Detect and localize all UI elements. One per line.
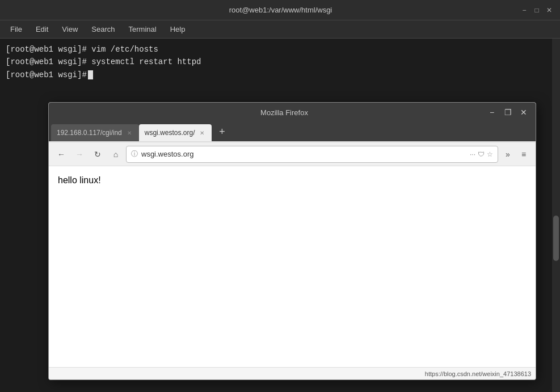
firefox-titlebar: Mozilla Firefox − ❐ ✕: [49, 103, 536, 122]
home-button[interactable]: ⌂: [108, 146, 124, 162]
terminal-titlebar: root@web1:/var/www/html/wsgi − □ ✕: [0, 0, 560, 20]
menu-terminal[interactable]: Terminal: [123, 23, 162, 36]
terminal-cursor: [88, 70, 93, 79]
firefox-tab-1[interactable]: wsgi.westos.org/ ✕: [139, 124, 212, 141]
refresh-button[interactable]: ↻: [90, 146, 106, 162]
shield-icon[interactable]: 🛡: [478, 150, 485, 158]
address-bar[interactable]: ⓘ wsgi.westos.org ··· 🛡 ☆: [126, 146, 498, 163]
tab-close-1[interactable]: ✕: [198, 129, 206, 137]
page-text: hello linux!: [58, 175, 527, 186]
address-url: wsgi.westos.org: [141, 150, 466, 158]
menu-view[interactable]: View: [56, 23, 83, 36]
terminal-scrollbar[interactable]: [552, 39, 560, 392]
forward-button[interactable]: →: [71, 146, 87, 162]
firefox-controls: − ❐ ✕: [486, 106, 530, 119]
terminal-title: root@web1:/var/www/html/wsgi: [41, 6, 520, 14]
firefox-title: Mozilla Firefox: [83, 108, 486, 117]
terminal-minimize-button[interactable]: −: [520, 6, 528, 14]
firefox-window: Mozilla Firefox − ❐ ✕ 192.168.0.117/cgi/…: [48, 102, 536, 380]
menu-edit[interactable]: Edit: [30, 23, 54, 36]
firefox-restore-button[interactable]: ❐: [502, 106, 514, 119]
bookmark-icon[interactable]: ☆: [487, 150, 493, 158]
firefox-content: hello linux!: [49, 166, 536, 367]
back-button[interactable]: ←: [53, 146, 69, 162]
firefox-minimize-button[interactable]: −: [486, 106, 498, 119]
firefox-statusbar: https://blog.csdn.net/weixin_47138613: [49, 367, 536, 380]
terminal-line-3: [root@web1 wsgi]#: [6, 69, 554, 81]
terminal-menubar: File Edit View Search Terminal Help: [0, 20, 560, 39]
terminal-scrollbar-thumb[interactable]: [553, 216, 559, 261]
terminal-line-1: [root@web1 wsgi]# vim /etc/hosts: [6, 43, 554, 56]
nav-extra-buttons: » ≡: [500, 147, 531, 162]
tab-label-0: 192.168.0.117/cgi/ind: [57, 129, 122, 137]
statusbar-url: https://blog.csdn.net/weixin_47138613: [425, 370, 531, 377]
hamburger-menu-button[interactable]: ≡: [516, 147, 531, 162]
tab-close-0[interactable]: ✕: [125, 129, 133, 137]
new-tab-button[interactable]: +: [214, 124, 230, 140]
tab-label-1: wsgi.westos.org/: [145, 129, 195, 137]
terminal-maximize-button[interactable]: □: [533, 6, 541, 14]
terminal-close-button[interactable]: ✕: [545, 6, 553, 14]
firefox-close-button[interactable]: ✕: [517, 106, 530, 119]
terminal-controls: − □ ✕: [520, 6, 553, 14]
firefox-tab-0[interactable]: 192.168.0.117/cgi/ind ✕: [51, 124, 139, 141]
terminal-line-2: [root@web1 wsgi]# systemctl restart http…: [6, 56, 554, 68]
menu-file[interactable]: File: [5, 23, 28, 36]
protocol-icon: ⓘ: [131, 149, 138, 159]
firefox-tabbar: 192.168.0.117/cgi/ind ✕ wsgi.westos.org/…: [49, 122, 536, 142]
firefox-navbar: ← → ↻ ⌂ ⓘ wsgi.westos.org ··· 🛡 ☆ » ≡: [49, 142, 536, 166]
overflow-button[interactable]: »: [500, 147, 515, 162]
menu-search[interactable]: Search: [86, 23, 120, 36]
address-bar-icons: ··· 🛡 ☆: [470, 150, 493, 158]
dots-icon[interactable]: ···: [470, 150, 475, 158]
menu-help[interactable]: Help: [165, 23, 191, 36]
